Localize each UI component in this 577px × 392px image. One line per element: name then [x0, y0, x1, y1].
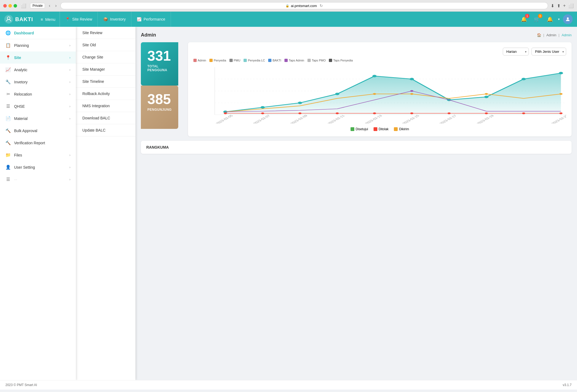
legend-penyedia: Penyedia	[209, 59, 226, 62]
bell-button[interactable]: 🔔	[545, 14, 555, 24]
submenu-update-balc-label: Update BALC	[82, 128, 106, 132]
sidebar-item-analytic[interactable]: 📈 Analytic ›	[0, 64, 76, 76]
chart-controls: Harian Mingguan Bulanan Pilih Jenis User…	[193, 48, 566, 55]
tabs-icon[interactable]: ⬜	[568, 3, 574, 8]
qhse-icon: ☰	[5, 104, 11, 109]
submenu-site-timeline[interactable]: Site Timeline	[76, 76, 135, 88]
chevron-more-icon: ›	[69, 178, 70, 181]
share-icon[interactable]: ⬆	[557, 3, 560, 8]
legend-taps-pmo: Taps PMO	[307, 59, 326, 62]
sidebar-label-more: ···	[14, 177, 66, 182]
svg-point-20	[485, 93, 488, 95]
sidebar-label-analytic: Analytic	[14, 68, 66, 72]
svg-point-21	[559, 93, 562, 95]
submenu-rollback-activity[interactable]: Rollback Activity	[76, 88, 135, 100]
svg-text:2023-02-11: 2023-02-11	[327, 114, 346, 124]
svg-point-27	[373, 112, 376, 114]
summary-section: RANGKUMA	[141, 141, 572, 154]
nav-performance[interactable]: 📈 Performance	[131, 12, 171, 27]
page-admin-label: Admin	[141, 32, 156, 38]
submenu-download-balc[interactable]: Download BALC	[76, 112, 135, 124]
top-nav: BAKTI ≡ Menu 📍 Site Review 📦 Inventory 📈…	[0, 12, 577, 27]
sidebar-label-site: Site	[14, 55, 66, 60]
nav-site-review[interactable]: 📍 Site Review	[60, 12, 98, 27]
dikirim-label: Dikirim	[399, 127, 409, 131]
footer: 2023 © PMT Smart AI v3.1.7	[0, 380, 577, 390]
menu-button[interactable]: ≡ Menu	[36, 12, 60, 27]
sidebar-item-relocation[interactable]: ✂ Relocation ›	[0, 88, 76, 100]
svg-point-9	[260, 106, 265, 109]
legend-taps-admin-label: Taps Admin	[289, 59, 304, 62]
sidebar-item-planning[interactable]: 📋 Planning ›	[0, 39, 76, 51]
sidebar-item-verification-report[interactable]: 🔨 Verification Report	[0, 137, 76, 149]
svg-point-30	[485, 112, 488, 114]
ditolak-dot	[374, 127, 377, 131]
sidebar-toggle-button[interactable]: ⬜	[20, 3, 27, 9]
home-icon[interactable]: 🏠	[537, 33, 541, 37]
breadcrumb-admin2[interactable]: Admin	[562, 33, 572, 37]
pengunjung-number: 385	[147, 92, 172, 106]
sidebar-item-files[interactable]: 📁 Files ›	[0, 149, 76, 161]
sidebar-item-user-setting[interactable]: 👤 User Setting ›	[0, 161, 76, 173]
nav-site-review-label: Site Review	[72, 17, 92, 21]
copyright-text: 2023 © PMT Smart AI	[5, 383, 37, 387]
submenu-site-timeline-label: Site Timeline	[82, 79, 104, 84]
user-dropdown-arrow[interactable]: ▾	[558, 17, 560, 21]
legend-admin-dot	[193, 59, 197, 62]
bulk-approval-icon: 🔨	[5, 128, 11, 133]
address-bar[interactable]: 🔒 ai.pmtsmart.com ↻	[60, 2, 548, 9]
page-header: Admin 🏠 | Admin | Admin	[141, 32, 572, 38]
legend-penyeda-lc-dot	[244, 59, 247, 62]
cart-badge: 0	[538, 14, 542, 18]
sidebar-label-user-setting: User Setting	[14, 165, 66, 169]
logo-text: BAKTI	[15, 16, 33, 22]
sidebar-label-dashboard: Dashboard	[14, 31, 70, 35]
nav-inventory[interactable]: 📦 Inventory	[98, 12, 131, 27]
svg-point-10	[298, 102, 302, 104]
total-pengguna-label: TOTALPENGGUNA	[147, 64, 172, 72]
svg-point-1	[567, 17, 569, 19]
submenu-site-manager[interactable]: Site Manager	[76, 63, 135, 76]
period-select[interactable]: Harian Mingguan Bulanan	[503, 48, 529, 55]
sidebar-item-site[interactable]: 📍 Site ›	[0, 51, 76, 64]
sidebar-item-material[interactable]: 📄 Material ›	[0, 112, 76, 125]
submenu-nms-integration[interactable]: NMS Integration	[76, 100, 135, 112]
period-select-wrapper: Harian Mingguan Bulanan	[503, 48, 529, 55]
user-filter-select[interactable]: Pilih Jenis User Admin Penyedia PMU	[531, 48, 566, 55]
notification-button[interactable]: 🔔 1	[519, 14, 529, 24]
maximize-button[interactable]	[14, 4, 17, 8]
svg-point-28	[410, 112, 413, 114]
nav-inventory-label: Inventory	[110, 17, 126, 21]
submenu-change-site[interactable]: Change Site	[76, 51, 135, 63]
svg-text:2023-02-07: 2023-02-07	[252, 114, 271, 124]
user-avatar[interactable]	[563, 14, 573, 24]
submenu-site-old[interactable]: Site Old	[76, 39, 135, 51]
forward-button[interactable]: ›	[54, 3, 58, 9]
sidebar-item-bulk-approval[interactable]: 🔨 Bulk Approval	[0, 125, 76, 137]
cart-button[interactable]: 🛒 0	[532, 14, 542, 24]
ditolak-label: Ditolak	[379, 127, 389, 131]
submenu-update-balc[interactable]: Update BALC	[76, 124, 135, 136]
sidebar-item-invetory[interactable]: 🔧 Invetory ›	[0, 76, 76, 88]
sidebar-item-dashboard[interactable]: 🌐 Dashboard	[0, 27, 76, 39]
download-icon[interactable]: ⬇	[551, 3, 554, 8]
submenu-change-site-label: Change Site	[82, 55, 103, 59]
svg-text:2023-02-22: 2023-02-22	[550, 114, 566, 124]
url-text: ai.pmtsmart.com	[291, 4, 317, 8]
submenu-site-manager-label: Site Manager	[82, 67, 105, 71]
submenu-site-review[interactable]: Site Review	[76, 27, 135, 39]
back-button[interactable]: ‹	[48, 3, 51, 9]
minimize-button[interactable]	[8, 4, 12, 8]
close-button[interactable]	[3, 4, 7, 8]
inventory-icon: 📦	[103, 17, 108, 21]
invetory-icon: 🔧	[5, 79, 11, 84]
svg-point-32	[559, 112, 562, 114]
sidebar-label-material: Material	[14, 116, 66, 121]
sidebar-item-more[interactable]: ☰ ··· ›	[0, 173, 76, 185]
svg-text:2023-02-19: 2023-02-19	[476, 114, 495, 124]
svg-point-29	[448, 112, 451, 114]
legend-pmu-dot	[229, 59, 233, 62]
new-tab-icon[interactable]: +	[563, 3, 566, 8]
traffic-lights	[3, 4, 17, 8]
sidebar-item-qhse[interactable]: ☰ QHSE ›	[0, 100, 76, 112]
